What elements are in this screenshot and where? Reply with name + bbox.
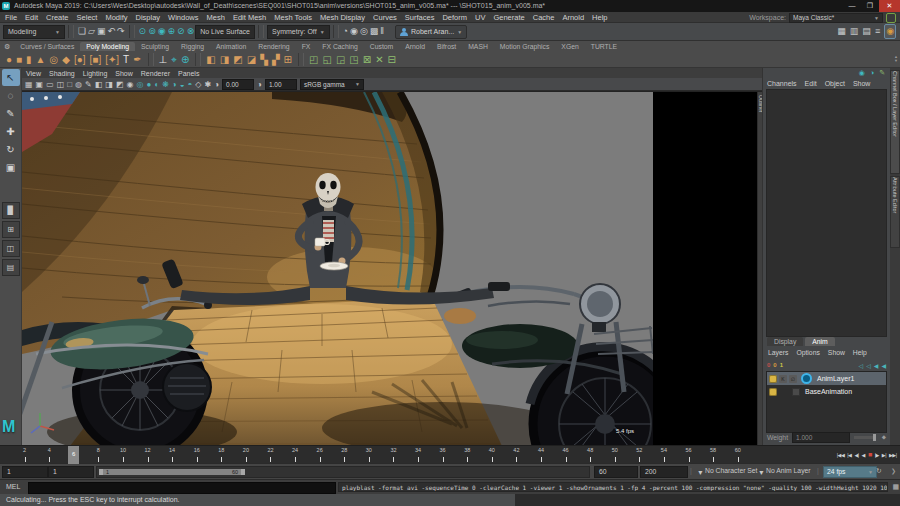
shelf-tab-fx-caching[interactable]: FX Caching bbox=[316, 42, 364, 51]
make-object-live-icon[interactable]: ⊗ bbox=[187, 25, 195, 38]
channel-box-menu-edit[interactable]: Edit bbox=[805, 80, 817, 87]
attribute-editor-toggle-icon[interactable]: ≡ bbox=[875, 25, 880, 38]
image-plane-icon[interactable]: □ bbox=[67, 79, 72, 90]
layer-editor-menu-help[interactable]: Help bbox=[853, 349, 867, 356]
snap-to-curves-icon[interactable]: ⊚ bbox=[148, 25, 156, 38]
step-forward-one-frame-button[interactable]: ▶| bbox=[880, 448, 887, 462]
shelf-tab-rigging[interactable]: Rigging bbox=[175, 42, 210, 51]
menu-edit[interactable]: Edit bbox=[25, 13, 38, 22]
snap-to-points-icon[interactable]: ◉ bbox=[158, 25, 166, 38]
time-slider-ruler[interactable]: 2468101214161820222426283032343638404244… bbox=[0, 446, 750, 464]
merge-vertices-icon[interactable]: ⊠ bbox=[363, 52, 371, 67]
menu-cache[interactable]: Cache bbox=[533, 13, 555, 22]
layer-ghost-icon[interactable]: ∅ bbox=[789, 375, 797, 383]
polygon-cone-icon[interactable]: ▲ bbox=[36, 52, 46, 67]
shadows-icon[interactable]: ◑ bbox=[172, 79, 177, 90]
hypershade-icon[interactable]: ▥ bbox=[850, 25, 859, 38]
expand-options-icon[interactable]: ❯ bbox=[891, 467, 896, 474]
two-pane-layout-button[interactable]: ◫ bbox=[2, 240, 20, 257]
select-by-name-icon[interactable]: ◑ bbox=[870, 68, 874, 78]
2d-pan-zoom-icon[interactable]: ◍ bbox=[75, 79, 82, 90]
ipr-render-icon[interactable]: ◎ bbox=[360, 25, 368, 38]
layer-state-box[interactable] bbox=[792, 388, 800, 396]
layer-editor-menu-show[interactable]: Show bbox=[828, 349, 845, 356]
character-set-selector[interactable]: No Character Set bbox=[705, 467, 758, 474]
menu-set-selector[interactable]: Modeling▼ bbox=[3, 25, 65, 39]
add-divisions-icon[interactable]: ◳ bbox=[349, 52, 358, 67]
film-gate-icon[interactable]: ◧ bbox=[95, 79, 103, 90]
side-tab-attribute-editor[interactable]: Attribute Editor bbox=[890, 176, 900, 248]
ambient-occlusion-icon[interactable]: ◒ bbox=[180, 79, 185, 90]
menu-mesh-display[interactable]: Mesh Display bbox=[320, 13, 365, 22]
textured-icon[interactable]: ◐ bbox=[154, 79, 159, 90]
channel-box-menu-object[interactable]: Object bbox=[825, 80, 845, 87]
mute-layer-icon[interactable]: ◁ bbox=[859, 362, 864, 369]
go-to-playback-end-button[interactable]: ▶▶| bbox=[888, 448, 899, 462]
layer-editor-menu-layers[interactable]: Layers bbox=[768, 349, 788, 356]
weight-slider[interactable] bbox=[854, 436, 876, 439]
zero-weight-layer-icon[interactable]: 0 bbox=[773, 362, 776, 368]
undo-icon[interactable]: ↶ bbox=[108, 25, 116, 38]
character-icon[interactable]: ◉ bbox=[859, 68, 865, 78]
channel-box-menu-show[interactable]: Show bbox=[853, 80, 871, 87]
panel-menu-renderer[interactable]: Renderer bbox=[141, 70, 170, 77]
maximize-button[interactable]: ❐ bbox=[861, 0, 879, 12]
shelf-tab-sculpting[interactable]: Sculpting bbox=[135, 42, 175, 51]
symmetry-field[interactable]: Symmetry: Off▼ bbox=[267, 25, 330, 39]
shelf-tab-xgen[interactable]: XGen bbox=[555, 42, 584, 51]
select-camera-icon[interactable]: ▦ bbox=[25, 79, 33, 90]
single-pane-layout-button[interactable]: ▉ bbox=[2, 202, 20, 219]
boolean-union-icon[interactable]: ◩ bbox=[233, 52, 242, 67]
panel-menu-shading[interactable]: Shading bbox=[49, 70, 75, 77]
animation-end-field[interactable]: 200 bbox=[640, 466, 688, 478]
boolean-difference-icon[interactable]: ◪ bbox=[247, 52, 256, 67]
menu-display[interactable]: Display bbox=[136, 13, 161, 22]
wireframe-icon[interactable]: ◎ bbox=[136, 79, 143, 90]
interactive-plane-icon[interactable]: [✦] bbox=[105, 52, 119, 67]
stop-button[interactable]: ■ bbox=[866, 448, 873, 462]
channel-box-toggle-icon[interactable]: ◉ bbox=[884, 24, 896, 39]
signed-in-user-button[interactable]: Robert Aran... ▼ bbox=[395, 25, 467, 39]
polygon-cube-icon[interactable]: ■ bbox=[16, 52, 22, 67]
paint-attributes-icon[interactable]: ✎ bbox=[879, 68, 885, 78]
motion-blur-icon[interactable]: ◓ bbox=[188, 79, 193, 90]
multi-cut-icon[interactable]: ⊞ bbox=[284, 52, 292, 67]
modeling-toolkit-icon[interactable]: ▦ bbox=[837, 25, 846, 38]
isolate-select-icon[interactable]: ◇ bbox=[195, 79, 201, 90]
menu-edit-mesh[interactable]: Edit Mesh bbox=[233, 13, 266, 22]
scale-tool[interactable]: ▣ bbox=[2, 159, 20, 176]
full-weight-layer-icon[interactable]: 1 bbox=[780, 362, 783, 368]
use-all-lights-icon[interactable]: ❋ bbox=[162, 79, 169, 90]
panel-menu-view[interactable]: View bbox=[26, 70, 41, 77]
layer-options-icon[interactable]: ◀ bbox=[881, 362, 886, 369]
snap-to-projected-center-icon[interactable]: ⊕ bbox=[168, 25, 176, 38]
close-button[interactable]: ✕ bbox=[879, 0, 900, 12]
minimize-button[interactable]: — bbox=[843, 0, 861, 12]
shaded-icon[interactable]: ● bbox=[146, 79, 151, 90]
snap-to-view-planes-icon[interactable]: ⊘ bbox=[177, 25, 185, 38]
delete-edge-icon[interactable]: ⊟ bbox=[388, 52, 396, 67]
panel-menu-panels[interactable]: Panels bbox=[178, 70, 199, 77]
menu-create[interactable]: Create bbox=[46, 13, 69, 22]
anim-layer-row[interactable]: K∅AnimLayer1 bbox=[767, 372, 886, 385]
four-pane-layout-button[interactable]: ⊞ bbox=[2, 221, 20, 238]
shelf-tab-motion-graphics[interactable]: Motion Graphics bbox=[494, 42, 556, 51]
tool-settings-icon[interactable]: ▤ bbox=[862, 25, 871, 38]
polygon-sphere-icon[interactable]: ● bbox=[6, 52, 12, 67]
exposure-field[interactable]: 0.00 bbox=[222, 79, 254, 90]
move-tool[interactable]: ✚ bbox=[2, 123, 20, 140]
menu-windows[interactable]: Windows bbox=[168, 13, 198, 22]
layer-editor-menu-options[interactable]: Options bbox=[796, 349, 819, 356]
render-settings-icon[interactable]: ▩ bbox=[370, 25, 379, 38]
open-scene-icon[interactable]: ▱ bbox=[88, 25, 95, 38]
interactive-sphere-icon[interactable]: [●] bbox=[74, 52, 86, 67]
layer-lock-icon[interactable] bbox=[769, 388, 777, 396]
workspace-lock-icon[interactable] bbox=[886, 13, 896, 23]
workspace-selector[interactable]: Workspace: Maya Classic*▼ bbox=[749, 12, 896, 23]
lock-camera-icon[interactable]: ▣ bbox=[36, 79, 44, 90]
menu-mesh-tools[interactable]: Mesh Tools bbox=[274, 13, 312, 22]
menu-curves[interactable]: Curves bbox=[373, 13, 397, 22]
menu-help[interactable]: Help bbox=[592, 13, 607, 22]
range-slider-bar[interactable]: 1 60 bbox=[99, 469, 245, 475]
camera-attributes-icon[interactable]: ▭ bbox=[46, 79, 54, 90]
